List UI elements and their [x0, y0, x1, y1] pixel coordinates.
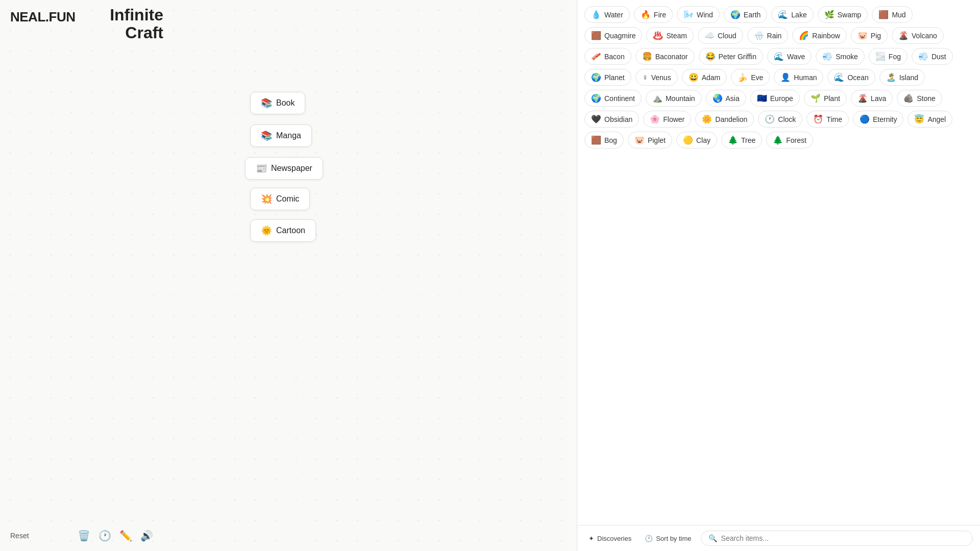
craft-node-comic[interactable]: 💥Comic: [250, 188, 310, 210]
item-chip-volcano[interactable]: 🌋Volcano: [892, 27, 944, 44]
item-emoji-peter_griffin: 😂: [705, 52, 716, 61]
item-chip-clay[interactable]: 🟡Clay: [676, 132, 717, 148]
item-chip-bacon[interactable]: 🥓Bacon: [584, 48, 631, 65]
item-chip-rain[interactable]: 🌧️Rain: [747, 27, 789, 44]
item-label-clock: Clock: [778, 115, 796, 123]
item-emoji-bog: 🟫: [591, 135, 601, 145]
item-label-dandelion: Dandelion: [715, 115, 747, 123]
item-chip-pig[interactable]: 🐷Pig: [851, 27, 888, 44]
item-label-peter_griffin: Peter Griffin: [719, 53, 756, 61]
craft-node-cartoon[interactable]: 🌞Cartoon: [250, 219, 316, 242]
item-chip-island[interactable]: 🏝️Island: [879, 69, 925, 86]
item-chip-lava[interactable]: 🌋Lava: [851, 90, 893, 107]
item-chip-plant[interactable]: 🌱Plant: [804, 90, 847, 107]
item-emoji-earth: 🌍: [730, 10, 741, 19]
item-label-wave: Wave: [787, 53, 805, 61]
item-chip-adam[interactable]: 😀Adam: [682, 69, 727, 86]
item-emoji-cloud: ☁️: [704, 31, 715, 40]
item-chip-peter_griffin[interactable]: 😂Peter Griffin: [699, 48, 763, 65]
item-chip-europe[interactable]: 🇪🇺Europe: [750, 90, 800, 107]
item-emoji-steam: ♨️: [653, 31, 663, 40]
craft-node-book[interactable]: 📚Book: [250, 92, 305, 114]
trash-icon[interactable]: 🗑️: [78, 530, 90, 542]
item-chip-time[interactable]: ⏰Time: [806, 111, 849, 128]
item-emoji-wind: 🌬️: [683, 10, 694, 19]
item-chip-tree[interactable]: 🌲Tree: [721, 132, 762, 148]
item-chip-wind[interactable]: 🌬️Wind: [677, 6, 720, 23]
item-emoji-island: 🏝️: [886, 72, 896, 82]
item-label-venus: Venus: [651, 73, 671, 82]
item-label-continent: Continent: [604, 94, 635, 103]
node-emoji-manga: 📚: [261, 130, 272, 141]
item-emoji-water: 💧: [591, 10, 601, 19]
item-chip-earth[interactable]: 🌍Earth: [724, 6, 767, 23]
item-chip-planet[interactable]: 🌍Planet: [584, 69, 631, 86]
edit-icon[interactable]: ✏️: [119, 530, 132, 542]
item-chip-asia[interactable]: 🌏Asia: [706, 90, 746, 107]
item-chip-angel[interactable]: 😇Angel: [908, 111, 952, 128]
item-chip-eve[interactable]: 🍌Eve: [731, 69, 770, 86]
item-emoji-clay: 🟡: [683, 135, 693, 145]
item-chip-steam[interactable]: ♨️Steam: [646, 27, 693, 44]
item-emoji-mountain: ⛰️: [652, 93, 663, 103]
reset-button[interactable]: Reset: [10, 532, 29, 540]
item-emoji-mud: 🟫: [878, 10, 889, 19]
item-chip-stone[interactable]: 🪨Stone: [897, 90, 942, 107]
item-label-piglet: Piglet: [648, 136, 666, 144]
item-chip-cloud[interactable]: ☁️Cloud: [698, 27, 743, 44]
item-chip-mud[interactable]: 🟫Mud: [872, 6, 912, 23]
item-chip-forest[interactable]: 🌲Forest: [766, 132, 813, 148]
item-chip-quagmire[interactable]: 🟫Quagmire: [584, 27, 642, 44]
item-chip-eternity[interactable]: 🔵Eternity: [853, 111, 903, 128]
item-chip-flower[interactable]: 🌸Flower: [643, 111, 691, 128]
item-chip-smoke[interactable]: 💨Smoke: [816, 48, 865, 65]
item-emoji-quagmire: 🟫: [591, 31, 601, 40]
item-chip-obsidian[interactable]: 🖤Obsidian: [584, 111, 639, 128]
item-chip-fire[interactable]: 🔥Fire: [634, 6, 673, 23]
item-chip-piglet[interactable]: 🐷Piglet: [628, 132, 672, 148]
sound-icon[interactable]: 🔊: [140, 530, 153, 542]
item-chip-venus[interactable]: ♀️Venus: [635, 69, 678, 86]
item-emoji-smoke: 💨: [822, 52, 832, 61]
node-emoji-comic: 💥: [261, 193, 272, 205]
item-label-time: Time: [826, 115, 842, 123]
item-chip-water[interactable]: 💧Water: [584, 6, 630, 23]
history-icon[interactable]: 🕐: [99, 530, 111, 542]
item-chip-mountain[interactable]: ⛰️Mountain: [646, 90, 702, 107]
item-emoji-plant: 🌱: [811, 93, 821, 103]
item-label-fire: Fire: [654, 11, 666, 19]
craft-node-newspaper[interactable]: 📰Newspaper: [245, 157, 323, 180]
sidebar-footer: ✦ Discoveries 🕐 Sort by time 🔍: [577, 525, 980, 551]
item-chip-human[interactable]: 👤Human: [774, 69, 823, 86]
item-label-bog: Bog: [604, 136, 617, 144]
item-chip-clock[interactable]: 🕐Clock: [758, 111, 802, 128]
item-emoji-planet: 🌍: [591, 72, 601, 82]
item-label-fog: Fog: [889, 53, 901, 61]
item-label-flower: Flower: [663, 115, 684, 123]
item-chip-lake[interactable]: 🌊Lake: [771, 6, 813, 23]
node-emoji-book: 📚: [261, 97, 272, 109]
item-label-rainbow: Rainbow: [812, 32, 840, 40]
item-label-baconator: Baconator: [655, 53, 688, 61]
craft-canvas[interactable]: NEAL.FUN InfiniteCraft Reset 🗑️ 🕐 ✏️ 🔊 📚…: [0, 0, 577, 551]
item-chip-rainbow[interactable]: 🌈Rainbow: [792, 27, 846, 44]
game-title: InfiniteCraft: [110, 6, 163, 42]
item-chip-wave[interactable]: 🌊Wave: [767, 48, 812, 65]
item-chip-dandelion[interactable]: 🌼Dandelion: [695, 111, 754, 128]
item-emoji-time: ⏰: [813, 114, 823, 124]
search-input[interactable]: [721, 534, 965, 542]
craft-node-manga[interactable]: 📚Manga: [250, 124, 312, 147]
discoveries-button[interactable]: ✦ Discoveries: [584, 533, 635, 544]
item-chip-continent[interactable]: 🌍Continent: [584, 90, 642, 107]
node-label-manga: Manga: [276, 131, 301, 140]
sort-button[interactable]: 🕐 Sort by time: [641, 533, 695, 544]
item-chip-swamp[interactable]: 🌿Swamp: [818, 6, 868, 23]
item-chip-baconator[interactable]: 🍔Baconator: [635, 48, 695, 65]
item-chip-bog[interactable]: 🟫Bog: [584, 132, 624, 148]
item-chip-ocean[interactable]: 🌊Ocean: [827, 69, 875, 86]
node-emoji-cartoon: 🌞: [261, 225, 272, 236]
item-emoji-eternity: 🔵: [860, 114, 870, 124]
item-chip-fog[interactable]: 🌫️Fog: [869, 48, 908, 65]
item-chip-dust[interactable]: 💨Dust: [912, 48, 953, 65]
item-emoji-dandelion: 🌼: [702, 114, 712, 124]
